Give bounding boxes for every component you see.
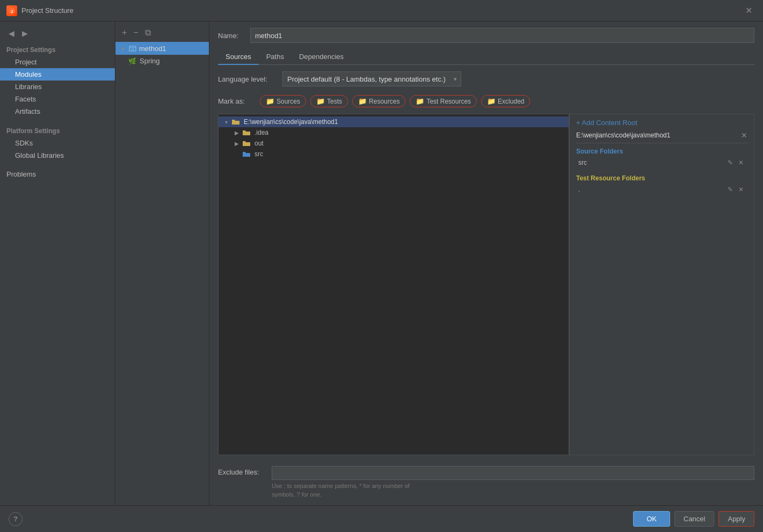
path-close-button[interactable]: ✕: [741, 131, 747, 140]
mark-tests-button[interactable]: 📁 Tests: [310, 95, 348, 107]
mark-sources-button[interactable]: 📁 Sources: [260, 95, 306, 107]
sidebar-item-sdks[interactable]: SDKs: [0, 137, 115, 149]
sidebar-item-project[interactable]: Project: [0, 56, 115, 68]
tests-folder-icon: 📁: [316, 97, 325, 105]
idea-chevron: ▶: [234, 130, 240, 136]
svg-text:J: J: [11, 9, 13, 14]
module-name: method1: [139, 45, 166, 53]
name-input[interactable]: [250, 28, 754, 43]
sidebar-item-problems[interactable]: Problems: [0, 168, 115, 180]
source-folder-actions: ✎ ✕: [726, 158, 745, 167]
main-layout: ◀ ▶ Project Settings Project Modules Lib…: [0, 21, 763, 505]
path-header: E:\wenjian\cs\code\java\method1 ✕: [576, 131, 747, 143]
sidebar-item-libraries[interactable]: Libraries: [0, 81, 115, 93]
sidebar: ◀ ▶ Project Settings Project Modules Lib…: [0, 21, 115, 505]
module-tree-panel: + − ⧉ ▾ method1 🌿 Spring: [115, 21, 209, 505]
tabs-bar: Sources Paths Dependencies: [218, 49, 754, 65]
apply-button[interactable]: Apply: [718, 511, 754, 527]
tree-item-idea[interactable]: ▶ .idea: [219, 127, 569, 138]
tree-item-out[interactable]: ▶ out: [219, 138, 569, 149]
copy-module-button[interactable]: ⧉: [143, 27, 153, 39]
module-tree-item-method1[interactable]: ▾ method1: [115, 42, 209, 55]
mark-as-row: Mark as: 📁 Sources 📁 Tests 📁 Resources 📁…: [218, 95, 754, 107]
app-logo: J: [6, 5, 17, 16]
close-button[interactable]: ✕: [741, 3, 757, 18]
help-button[interactable]: ?: [9, 512, 23, 526]
language-level-row: Language level: Project default (8 - Lam…: [218, 71, 754, 86]
cancel-button[interactable]: Cancel: [674, 511, 714, 527]
content-body: ▾ E:\wenjian\cs\code\java\method1 ▶ .ide…: [218, 114, 754, 455]
mark-test-resources-label: Test Resources: [426, 98, 471, 105]
svg-point-4: [132, 48, 134, 50]
exclude-files-row: Exclude files:: [218, 466, 754, 480]
spring-icon: 🌿: [128, 57, 136, 65]
source-folder-edit-button[interactable]: ✎: [726, 158, 735, 167]
back-arrow[interactable]: ◀: [6, 28, 17, 39]
mark-resources-label: Resources: [369, 98, 399, 105]
src-folder-icon: [242, 150, 251, 158]
title-bar: J Project Structure ✕: [0, 0, 763, 21]
add-module-button[interactable]: +: [120, 27, 129, 39]
module-chevron: ▾: [120, 46, 126, 52]
source-folder-remove-button[interactable]: ✕: [737, 158, 745, 167]
sidebar-item-global-libraries[interactable]: Global Libraries: [0, 149, 115, 162]
forward-arrow[interactable]: ▶: [20, 28, 30, 39]
ok-button[interactable]: OK: [633, 511, 670, 527]
module-tree-toolbar: + − ⧉: [115, 24, 209, 42]
section-gap-2: [0, 162, 115, 168]
test-resource-folder-edit-button[interactable]: ✎: [726, 185, 735, 194]
tab-dependencies[interactable]: Dependencies: [292, 49, 351, 65]
remove-module-button[interactable]: −: [131, 27, 140, 39]
root-folder-icon: [231, 118, 240, 126]
root-chevron: ▾: [223, 119, 229, 125]
spring-label: Spring: [140, 57, 160, 65]
test-resource-folder-item: . ✎ ✕: [576, 184, 747, 195]
mark-sources-label: Sources: [277, 98, 300, 105]
mark-excluded-label: Excluded: [498, 98, 524, 105]
name-row: Name:: [218, 28, 754, 43]
test-resource-folders-label: Test Resource Folders: [576, 174, 747, 182]
mark-excluded-button[interactable]: 📁 Excluded: [481, 95, 530, 107]
exclude-files-input[interactable]: [272, 466, 754, 480]
mark-test-resources-button[interactable]: 📁 Test Resources: [410, 95, 477, 107]
language-level-wrapper: Project default (8 - Lambdas, type annot…: [282, 71, 461, 86]
content-area: Name: Sources Paths Dependencies Languag…: [209, 21, 763, 505]
file-tree[interactable]: ▾ E:\wenjian\cs\code\java\method1 ▶ .ide…: [218, 114, 569, 455]
language-level-select[interactable]: Project default (8 - Lambdas, type annot…: [282, 71, 461, 86]
mark-resources-button[interactable]: 📁 Resources: [352, 95, 405, 107]
mark-as-label: Mark as:: [218, 97, 256, 105]
bottom-right-buttons: OK Cancel Apply: [633, 511, 754, 527]
sources-folder-icon: 📁: [266, 97, 274, 105]
test-resources-folder-icon: 📁: [416, 97, 424, 105]
svg-rect-3: [129, 47, 136, 48]
name-label: Name:: [218, 32, 245, 40]
excluded-folder-icon: 📁: [487, 97, 496, 105]
tree-item-out-label: out: [255, 140, 264, 147]
exclude-section: Exclude files: Use ; to separate name pa…: [218, 462, 754, 499]
tree-root-item[interactable]: ▾ E:\wenjian\cs\code\java\method1: [219, 116, 569, 127]
sidebar-item-facets[interactable]: Facets: [0, 93, 115, 105]
nav-arrows: ◀ ▶: [0, 26, 115, 43]
tab-sources[interactable]: Sources: [218, 49, 259, 65]
exclude-files-label: Exclude files:: [218, 466, 266, 476]
source-folder-src: src ✎ ✕: [576, 157, 747, 168]
test-resource-folder-remove-button[interactable]: ✕: [737, 185, 745, 194]
module-icon: [128, 44, 137, 53]
project-settings-label: Project Settings: [0, 43, 115, 56]
test-resource-folder-actions: ✎ ✕: [726, 185, 745, 194]
tab-paths[interactable]: Paths: [259, 49, 292, 65]
title-bar-left: J Project Structure: [6, 5, 74, 16]
module-tree-item-spring[interactable]: 🌿 Spring: [115, 55, 209, 67]
out-folder-icon: [242, 140, 251, 147]
tree-root-label: E:\wenjian\cs\code\java\method1: [244, 118, 338, 126]
sidebar-item-modules[interactable]: Modules: [0, 68, 115, 81]
sidebar-item-artifacts[interactable]: Artifacts: [0, 105, 115, 118]
language-level-label: Language level:: [218, 75, 277, 83]
window-title: Project Structure: [21, 6, 74, 14]
bottom-bar: ? OK Cancel Apply: [0, 505, 763, 532]
tree-item-src[interactable]: ▶ src: [219, 149, 569, 159]
exclude-hint-line1: Use ; to separate name patterns, * for a…: [272, 483, 410, 489]
idea-folder-icon: [242, 129, 251, 136]
source-folders-label: Source Folders: [576, 148, 747, 155]
add-content-root-button[interactable]: + Add Content Root: [576, 119, 637, 127]
